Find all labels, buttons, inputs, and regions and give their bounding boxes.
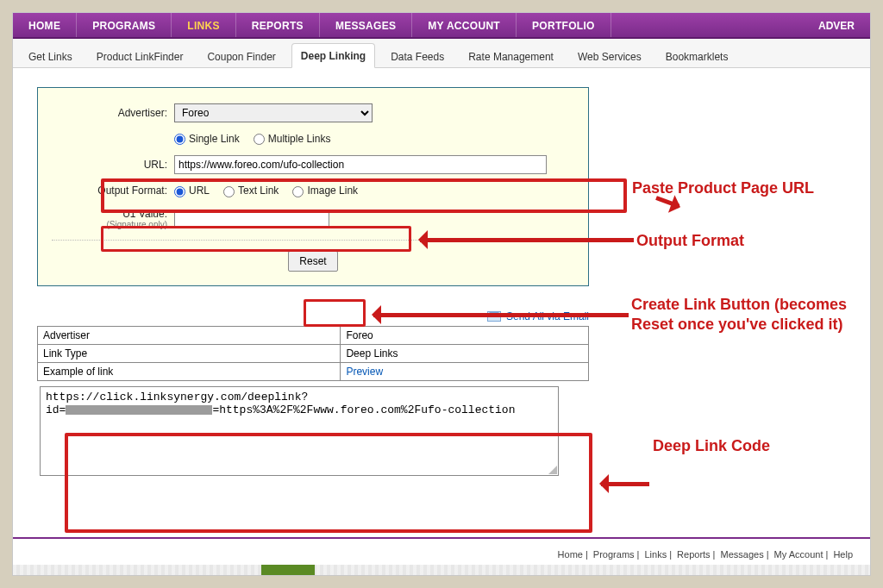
nav-home[interactable]: HOME bbox=[13, 13, 77, 37]
key-cell: Advertiser bbox=[38, 326, 341, 344]
nav-myaccount[interactable]: MY ACCOUNT bbox=[412, 13, 517, 37]
key-cell: Example of link bbox=[38, 362, 341, 380]
val-cell: Foreo bbox=[341, 326, 589, 344]
table-row: Link Type Deep Links bbox=[38, 344, 589, 362]
multiple-links-radio[interactable]: Multiple Links bbox=[254, 133, 331, 145]
nav-advertisers[interactable]: ADVER bbox=[803, 13, 870, 37]
deeplink-code-textarea[interactable]: https://click.linksynergy.com/deeplink? … bbox=[40, 386, 559, 476]
footer-programs[interactable]: Programs bbox=[593, 549, 635, 560]
u1-input[interactable] bbox=[174, 210, 329, 227]
advertiser-select[interactable]: Foreo bbox=[174, 103, 373, 122]
tab-rate-management[interactable]: Rate Management bbox=[460, 45, 562, 68]
footer-home[interactable]: Home bbox=[558, 549, 583, 560]
results-table: Advertiser Foreo Link Type Deep Links Ex… bbox=[37, 326, 589, 381]
footer-help[interactable]: Help bbox=[833, 549, 853, 560]
key-cell: Link Type bbox=[38, 344, 341, 362]
sub-nav: Get Links Product LinkFinder Coupon Find… bbox=[13, 39, 870, 68]
table-row: Advertiser Foreo bbox=[38, 326, 589, 344]
u1-label: U1 Value: (Signature only) bbox=[52, 208, 174, 229]
bottom-bar bbox=[13, 565, 870, 575]
single-link-radio[interactable]: Single Link bbox=[174, 133, 240, 145]
advertiser-label: Advertiser: bbox=[52, 107, 174, 119]
create-link-reset-button[interactable]: Reset bbox=[288, 251, 337, 272]
tab-bookmarklets[interactable]: Bookmarklets bbox=[657, 45, 737, 68]
main-nav: HOME PROGRAMS LINKS REPORTS MESSAGES MY … bbox=[13, 13, 870, 39]
nav-programs[interactable]: PROGRAMS bbox=[77, 13, 172, 37]
send-all-email-link[interactable]: Send All via Email bbox=[506, 310, 589, 322]
footer-links: Home| Programs| Links| Reports| Messages… bbox=[558, 549, 853, 560]
tab-coupon-finder[interactable]: Coupon Finder bbox=[198, 45, 284, 68]
tab-get-links[interactable]: Get Links bbox=[20, 45, 81, 68]
tab-web-services[interactable]: Web Services bbox=[569, 45, 650, 68]
tab-data-feeds[interactable]: Data Feeds bbox=[382, 45, 453, 68]
footer-reports[interactable]: Reports bbox=[677, 549, 711, 560]
table-row: Example of link Preview bbox=[38, 362, 589, 380]
url-label: URL: bbox=[52, 159, 174, 171]
resize-handle-icon[interactable] bbox=[548, 466, 557, 474]
tab-product-linkfinder[interactable]: Product LinkFinder bbox=[88, 45, 192, 68]
bottom-green-stub bbox=[261, 565, 315, 575]
tab-deep-linking[interactable]: Deep Linking bbox=[291, 43, 375, 68]
footer-messages[interactable]: Messages bbox=[721, 549, 764, 560]
output-text-radio[interactable]: Text Link bbox=[223, 185, 279, 197]
footer-divider bbox=[13, 537, 870, 539]
output-image-radio[interactable]: Image Link bbox=[292, 185, 358, 197]
nav-messages[interactable]: MESSAGES bbox=[320, 13, 412, 37]
nav-reports[interactable]: REPORTS bbox=[236, 13, 320, 37]
footer-links-link[interactable]: Links bbox=[644, 549, 667, 560]
deep-linking-form: Advertiser: Foreo Single Link Multiple L… bbox=[37, 87, 589, 286]
output-format-label: Output Format: bbox=[52, 185, 174, 197]
nav-links[interactable]: LINKS bbox=[172, 13, 236, 37]
preview-link[interactable]: Preview bbox=[346, 366, 383, 378]
val-cell: Deep Links bbox=[341, 344, 589, 362]
email-icon bbox=[487, 311, 501, 322]
nav-portfolio[interactable]: PORTFOLIO bbox=[517, 13, 611, 37]
footer-myaccount[interactable]: My Account bbox=[774, 549, 824, 560]
url-input[interactable] bbox=[174, 155, 547, 174]
output-url-radio[interactable]: URL bbox=[174, 185, 210, 197]
redacted-id bbox=[66, 405, 212, 415]
